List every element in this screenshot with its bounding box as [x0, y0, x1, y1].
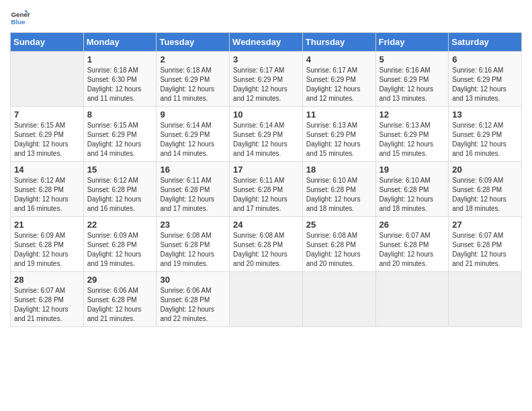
cell-info: Sunrise: 6:18 AMSunset: 6:29 PMDaylight:…: [160, 66, 226, 103]
cell-info: Sunrise: 6:13 AMSunset: 6:29 PMDaylight:…: [380, 121, 445, 158]
cell-info: Sunrise: 6:10 AMSunset: 6:28 PMDaylight:…: [380, 176, 445, 214]
day-number: 10: [233, 109, 299, 120]
calendar-cell: 14Sunrise: 6:12 AMSunset: 6:28 PMDayligh…: [11, 162, 84, 217]
cell-info: Sunrise: 6:14 AMSunset: 6:29 PMDaylight:…: [160, 121, 226, 158]
cell-info: Sunrise: 6:06 AMSunset: 6:28 PMDaylight:…: [160, 286, 226, 324]
cell-info: Sunrise: 6:13 AMSunset: 6:29 PMDaylight:…: [306, 121, 372, 158]
day-number: 23: [160, 220, 226, 230]
day-number: 7: [14, 109, 80, 120]
cell-info: Sunrise: 6:12 AMSunset: 6:28 PMDaylight:…: [14, 176, 80, 214]
calendar-cell: 17Sunrise: 6:11 AMSunset: 6:28 PMDayligh…: [230, 162, 303, 217]
day-number: 2: [160, 54, 226, 64]
week-row-3: 14Sunrise: 6:12 AMSunset: 6:28 PMDayligh…: [11, 162, 522, 217]
calendar-cell: 28Sunrise: 6:07 AMSunset: 6:28 PMDayligh…: [11, 272, 84, 327]
cell-info: Sunrise: 6:15 AMSunset: 6:29 PMDaylight:…: [14, 121, 80, 158]
day-number: 22: [87, 220, 153, 230]
cell-info: Sunrise: 6:16 AMSunset: 6:29 PMDaylight:…: [380, 66, 445, 103]
col-header-saturday: Saturday: [449, 33, 522, 52]
cell-info: Sunrise: 6:18 AMSunset: 6:30 PMDaylight:…: [87, 66, 153, 103]
calendar-cell: 25Sunrise: 6:08 AMSunset: 6:28 PMDayligh…: [302, 217, 375, 272]
cell-info: Sunrise: 6:07 AMSunset: 6:28 PMDaylight:…: [14, 286, 80, 324]
calendar-cell: 20Sunrise: 6:09 AMSunset: 6:28 PMDayligh…: [449, 162, 522, 217]
day-number: 1: [87, 54, 153, 64]
cell-info: Sunrise: 6:11 AMSunset: 6:28 PMDaylight:…: [233, 176, 299, 214]
col-header-monday: Monday: [83, 33, 157, 52]
logo-icon: General Blue: [10, 7, 30, 27]
cell-info: Sunrise: 6:09 AMSunset: 6:28 PMDaylight:…: [452, 176, 518, 214]
header-row: SundayMondayTuesdayWednesdayThursdayFrid…: [11, 33, 522, 52]
col-header-tuesday: Tuesday: [157, 33, 230, 52]
cell-info: Sunrise: 6:15 AMSunset: 6:29 PMDaylight:…: [87, 121, 153, 158]
day-number: 27: [452, 220, 518, 230]
cell-info: Sunrise: 6:09 AMSunset: 6:28 PMDaylight:…: [14, 231, 80, 269]
calendar-table: SundayMondayTuesdayWednesdayThursdayFrid…: [10, 32, 522, 327]
logo: General Blue: [10, 7, 26, 27]
cell-info: Sunrise: 6:16 AMSunset: 6:29 PMDaylight:…: [452, 66, 518, 103]
cell-info: Sunrise: 6:08 AMSunset: 6:28 PMDaylight:…: [306, 231, 372, 269]
day-number: 8: [87, 109, 153, 120]
day-number: 17: [233, 165, 299, 175]
cell-info: Sunrise: 6:17 AMSunset: 6:29 PMDaylight:…: [233, 66, 299, 103]
col-header-thursday: Thursday: [302, 33, 375, 52]
cell-info: Sunrise: 6:07 AMSunset: 6:28 PMDaylight:…: [380, 231, 445, 269]
page-header: General Blue: [10, 7, 522, 27]
calendar-cell: 2Sunrise: 6:18 AMSunset: 6:29 PMDaylight…: [157, 52, 230, 107]
calendar-cell: 3Sunrise: 6:17 AMSunset: 6:29 PMDaylight…: [230, 52, 303, 107]
day-number: 28: [14, 275, 80, 285]
calendar-cell: 23Sunrise: 6:08 AMSunset: 6:28 PMDayligh…: [157, 217, 230, 272]
calendar-cell: 13Sunrise: 6:12 AMSunset: 6:29 PMDayligh…: [449, 107, 522, 162]
day-number: 18: [306, 165, 372, 175]
week-row-4: 21Sunrise: 6:09 AMSunset: 6:28 PMDayligh…: [11, 217, 522, 272]
calendar-cell: 5Sunrise: 6:16 AMSunset: 6:29 PMDaylight…: [375, 52, 449, 107]
calendar-cell: 21Sunrise: 6:09 AMSunset: 6:28 PMDayligh…: [11, 217, 84, 272]
day-number: 9: [160, 109, 226, 120]
calendar-cell: [302, 272, 375, 327]
calendar-cell: 30Sunrise: 6:06 AMSunset: 6:28 PMDayligh…: [157, 272, 230, 327]
calendar-cell: 18Sunrise: 6:10 AMSunset: 6:28 PMDayligh…: [302, 162, 375, 217]
day-number: 4: [306, 54, 372, 64]
day-number: 25: [306, 220, 372, 230]
calendar-cell: [230, 272, 303, 327]
day-number: 15: [87, 165, 153, 175]
cell-info: Sunrise: 6:10 AMSunset: 6:28 PMDaylight:…: [306, 176, 372, 214]
week-row-2: 7Sunrise: 6:15 AMSunset: 6:29 PMDaylight…: [11, 107, 522, 162]
cell-info: Sunrise: 6:14 AMSunset: 6:29 PMDaylight:…: [233, 121, 299, 158]
col-header-friday: Friday: [375, 33, 449, 52]
cell-info: Sunrise: 6:11 AMSunset: 6:28 PMDaylight:…: [160, 176, 226, 214]
cell-info: Sunrise: 6:12 AMSunset: 6:28 PMDaylight:…: [87, 176, 153, 214]
cell-info: Sunrise: 6:12 AMSunset: 6:29 PMDaylight:…: [452, 121, 518, 158]
svg-text:Blue: Blue: [11, 18, 26, 26]
calendar-cell: 4Sunrise: 6:17 AMSunset: 6:29 PMDaylight…: [302, 52, 375, 107]
calendar-cell: 6Sunrise: 6:16 AMSunset: 6:29 PMDaylight…: [449, 52, 522, 107]
calendar-cell: 9Sunrise: 6:14 AMSunset: 6:29 PMDaylight…: [157, 107, 230, 162]
calendar-cell: 27Sunrise: 6:07 AMSunset: 6:28 PMDayligh…: [449, 217, 522, 272]
calendar-cell: 19Sunrise: 6:10 AMSunset: 6:28 PMDayligh…: [375, 162, 449, 217]
calendar-cell: 8Sunrise: 6:15 AMSunset: 6:29 PMDaylight…: [83, 107, 157, 162]
day-number: 6: [452, 54, 518, 64]
col-header-sunday: Sunday: [11, 33, 84, 52]
calendar-cell: 16Sunrise: 6:11 AMSunset: 6:28 PMDayligh…: [157, 162, 230, 217]
calendar-cell: 11Sunrise: 6:13 AMSunset: 6:29 PMDayligh…: [302, 107, 375, 162]
calendar-cell: 12Sunrise: 6:13 AMSunset: 6:29 PMDayligh…: [375, 107, 449, 162]
calendar-cell: [375, 272, 449, 327]
calendar-cell: 7Sunrise: 6:15 AMSunset: 6:29 PMDaylight…: [11, 107, 84, 162]
day-number: 12: [380, 109, 445, 120]
day-number: 29: [87, 275, 153, 285]
calendar-cell: 22Sunrise: 6:09 AMSunset: 6:28 PMDayligh…: [83, 217, 157, 272]
day-number: 20: [452, 165, 518, 175]
day-number: 24: [233, 220, 299, 230]
day-number: 30: [160, 275, 226, 285]
day-number: 26: [380, 220, 445, 230]
day-number: 16: [160, 165, 226, 175]
day-number: 13: [452, 109, 518, 120]
cell-info: Sunrise: 6:17 AMSunset: 6:29 PMDaylight:…: [306, 66, 372, 103]
day-number: 19: [380, 165, 445, 175]
cell-info: Sunrise: 6:08 AMSunset: 6:28 PMDaylight:…: [233, 231, 299, 269]
cell-info: Sunrise: 6:07 AMSunset: 6:28 PMDaylight:…: [452, 231, 518, 269]
day-number: 14: [14, 165, 80, 175]
calendar-cell: [449, 272, 522, 327]
calendar-cell: 29Sunrise: 6:06 AMSunset: 6:28 PMDayligh…: [83, 272, 157, 327]
week-row-5: 28Sunrise: 6:07 AMSunset: 6:28 PMDayligh…: [11, 272, 522, 327]
cell-info: Sunrise: 6:06 AMSunset: 6:28 PMDaylight:…: [87, 286, 153, 324]
svg-text:General: General: [11, 11, 31, 18]
